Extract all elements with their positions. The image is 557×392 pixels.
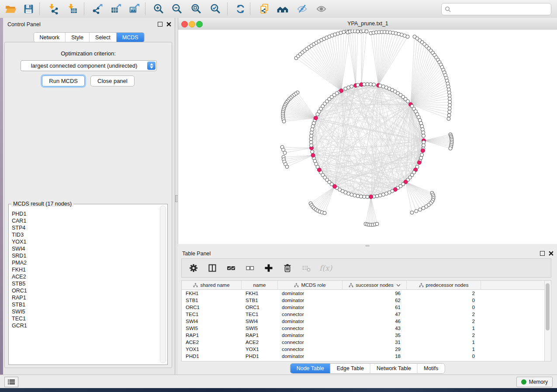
mcds-result-item[interactable]: ORC1 bbox=[12, 287, 160, 294]
optimization-criterion-select[interactable]: largest connected component (undirected) bbox=[21, 60, 157, 71]
table-settings-button[interactable] bbox=[188, 262, 199, 274]
close-panel-button[interactable]: Close panel bbox=[90, 76, 135, 86]
mcds-list-scrollbar[interactable] bbox=[160, 206, 166, 363]
table-row[interactable]: FKH1FKH1dominator962 bbox=[182, 290, 545, 297]
cell-successor-nodes: 29 bbox=[343, 347, 407, 352]
import-table-button[interactable] bbox=[65, 2, 80, 16]
mcds-result-item[interactable]: STB5 bbox=[12, 280, 160, 287]
table-row[interactable]: SWI5SWI5connector431 bbox=[182, 325, 545, 332]
memory-button[interactable]: Memory bbox=[516, 377, 553, 387]
tab-network[interactable]: Network bbox=[34, 33, 66, 42]
select-all-columns-button[interactable] bbox=[225, 262, 237, 274]
node-table: shared namenameMCDS rolesuccessor nodesp… bbox=[181, 280, 551, 361]
create-column-button[interactable] bbox=[263, 262, 274, 274]
mcds-result-item[interactable]: YOX1 bbox=[12, 238, 160, 245]
toolbar-separator bbox=[39, 3, 40, 15]
mcds-result-item[interactable]: PHD1 bbox=[12, 210, 160, 217]
tab-mcds[interactable]: MCDS bbox=[117, 33, 144, 42]
unselect-all-columns-button[interactable] bbox=[244, 262, 256, 274]
mcds-result-item[interactable]: SRD1 bbox=[12, 252, 160, 259]
show-all-button[interactable] bbox=[314, 2, 329, 16]
table-row[interactable]: SWI4SWI4dominator462 bbox=[182, 318, 545, 325]
mcds-result-item[interactable]: GCR1 bbox=[12, 322, 160, 329]
zoom-out-button[interactable] bbox=[170, 2, 184, 16]
table-row[interactable]: YOX1YOX1connector291 bbox=[182, 346, 545, 353]
mcds-result-item[interactable]: TEC1 bbox=[12, 315, 160, 322]
refresh-button[interactable] bbox=[233, 2, 248, 16]
tab-edge-table[interactable]: Edge Table bbox=[331, 364, 370, 373]
column-header-successor-nodes[interactable]: successor nodes bbox=[343, 281, 407, 289]
cell-name: PHD1 bbox=[242, 354, 278, 359]
cell-name: ORC1 bbox=[242, 305, 278, 310]
mcds-result-item[interactable]: CAR1 bbox=[12, 217, 160, 224]
show-column-pane-button[interactable] bbox=[207, 262, 218, 274]
cell-predecessor-nodes: 0 bbox=[407, 305, 481, 310]
tab-style[interactable]: Style bbox=[66, 33, 90, 42]
table-row[interactable]: PHD1PHD1dominator180 bbox=[182, 353, 545, 360]
float-panel-icon[interactable] bbox=[540, 251, 545, 256]
mcds-result-item[interactable]: SWI5 bbox=[12, 308, 160, 315]
cell-predecessor-nodes: 1 bbox=[407, 340, 481, 345]
zoom-in-button[interactable] bbox=[151, 2, 166, 16]
table-row[interactable]: TEC1TEC1connector472 bbox=[182, 311, 545, 318]
table-row[interactable]: ORC1ORC1dominator610 bbox=[182, 304, 545, 311]
tab-node-table[interactable]: Node Table bbox=[291, 364, 331, 373]
close-panel-icon[interactable] bbox=[549, 251, 554, 256]
splitter-handle[interactable] bbox=[365, 245, 370, 247]
network-graph-canvas[interactable] bbox=[178, 30, 557, 244]
tab-motifs[interactable]: Motifs bbox=[418, 364, 444, 373]
memory-label: Memory bbox=[529, 379, 548, 385]
mcds-result-item[interactable]: TID3 bbox=[12, 231, 160, 238]
open-session-button[interactable] bbox=[3, 2, 18, 16]
mcds-result-item[interactable]: SWI4 bbox=[12, 245, 160, 252]
zoom-fit-button[interactable] bbox=[189, 2, 204, 16]
show-panels-menu-button[interactable] bbox=[4, 377, 18, 387]
horizontal-splitter[interactable] bbox=[178, 244, 557, 247]
export-table-button[interactable] bbox=[108, 2, 123, 16]
refresh-icon bbox=[235, 3, 246, 15]
import-network-button[interactable] bbox=[45, 2, 60, 16]
export-image-button[interactable] bbox=[127, 2, 142, 16]
save-session-button[interactable] bbox=[21, 2, 36, 16]
toolbar-separator bbox=[227, 3, 228, 15]
optimization-criterion-label: Optimization criterion: bbox=[5, 50, 172, 57]
run-mcds-button[interactable]: Run MCDS bbox=[42, 76, 85, 86]
first-neighbors-button[interactable] bbox=[275, 2, 290, 16]
column-header-predecessor-nodes[interactable]: predecessor nodes bbox=[407, 281, 481, 289]
mcds-result-item[interactable]: ACE2 bbox=[12, 273, 160, 280]
scrollbar-thumb[interactable] bbox=[546, 283, 550, 330]
table-row[interactable]: STB1STB1dominator620 bbox=[182, 297, 545, 304]
cell-MCDS-role: dominator bbox=[278, 305, 343, 310]
zoom-selected-button[interactable] bbox=[208, 2, 223, 16]
hide-selected-button[interactable] bbox=[294, 2, 309, 16]
export-network-button[interactable] bbox=[90, 2, 105, 16]
mcds-result-item[interactable]: FKH1 bbox=[12, 266, 160, 273]
clone-network-button[interactable] bbox=[257, 2, 272, 16]
cell-predecessor-nodes: 0 bbox=[407, 354, 481, 359]
cell-shared-name: ORC1 bbox=[182, 305, 242, 310]
column-header-shared-name[interactable]: shared name bbox=[182, 281, 242, 289]
import-table-icon bbox=[66, 3, 78, 15]
table-body: FKH1FKH1dominator962STB1STB1dominator620… bbox=[182, 290, 545, 361]
mcds-result-item[interactable]: STP4 bbox=[12, 224, 160, 231]
search-box[interactable] bbox=[441, 3, 551, 15]
delete-column-button[interactable] bbox=[282, 262, 293, 274]
float-panel-icon[interactable] bbox=[158, 22, 163, 27]
mcds-result-item[interactable]: RAP1 bbox=[12, 294, 160, 301]
tab-network-table[interactable]: Network Table bbox=[370, 364, 418, 373]
search-input[interactable] bbox=[451, 4, 551, 14]
select-stepper-icon bbox=[147, 62, 156, 70]
control-panel-title: Control Panel bbox=[7, 21, 41, 28]
table-row[interactable]: RAP1RAP1dominator352 bbox=[182, 332, 545, 339]
column-header-MCDS-role[interactable]: MCDS role bbox=[278, 281, 343, 289]
column-header-name[interactable]: name bbox=[242, 281, 278, 289]
close-panel-icon[interactable] bbox=[166, 22, 171, 27]
table-scrollbar[interactable] bbox=[544, 281, 551, 361]
cell-predecessor-nodes: 2 bbox=[407, 312, 481, 317]
mcds-result-item[interactable]: STB1 bbox=[12, 301, 160, 308]
table-row[interactable]: ACE2ACE2connector311 bbox=[182, 339, 545, 346]
tab-select[interactable]: Select bbox=[90, 33, 117, 42]
network-window-titlebar[interactable]: YPA_prune.txt_1 bbox=[178, 18, 557, 30]
toolbar-separator bbox=[145, 3, 145, 15]
mcds-result-item[interactable]: PMA2 bbox=[12, 259, 160, 266]
